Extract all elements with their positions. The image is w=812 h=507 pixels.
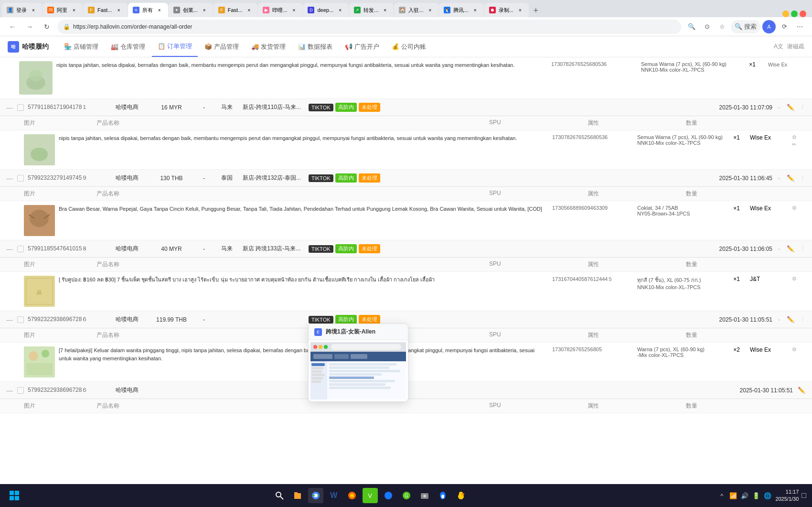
tab-create[interactable]: ✦ 创業... × bbox=[169, 3, 213, 17]
order-edit-3[interactable]: ✏️ bbox=[787, 245, 794, 252]
taskbar-green-app[interactable]: G bbox=[399, 488, 414, 503]
order-edit-1[interactable]: ✏️ bbox=[787, 104, 794, 111]
tab-close-deep[interactable]: × bbox=[336, 6, 344, 14]
order-header-row-3: — 57991185547641015８ 哈喽电商 40 MYR - 马来 新店… bbox=[0, 240, 812, 258]
nav-data-report[interactable]: 📊 数据报表 bbox=[292, 36, 338, 57]
order-more-3[interactable]: ⋮ bbox=[800, 246, 805, 252]
maximize-button[interactable] bbox=[791, 11, 798, 17]
order-more-2[interactable]: ⋮ bbox=[800, 175, 805, 181]
order-more-4[interactable]: ⋮ bbox=[800, 316, 805, 323]
profile-avatar[interactable]: A bbox=[762, 20, 776, 33]
tab-close-all[interactable]: × bbox=[156, 6, 163, 14]
taskbar-files[interactable] bbox=[290, 488, 305, 503]
order-edit-4[interactable]: ✏️ bbox=[787, 316, 794, 323]
order-checkbox-1[interactable] bbox=[17, 104, 24, 111]
order-number-3: 57991185547641015８ bbox=[28, 245, 104, 253]
tab-close-ali[interactable]: × bbox=[70, 6, 78, 14]
tab-close-forward[interactable]: × bbox=[381, 6, 389, 14]
taskbar-chrome[interactable] bbox=[308, 488, 323, 503]
tray-battery[interactable]: 🔋 bbox=[751, 491, 761, 500]
product-name-row1: nipis tanpa jahitan, selesa dipakai, ber… bbox=[59, 134, 548, 142]
tab-settle[interactable]: 🏠 入驻... × bbox=[394, 3, 438, 17]
tray-chevron[interactable]: ^ bbox=[717, 491, 727, 500]
bookmark-button[interactable]: 🔍 bbox=[685, 20, 698, 33]
address-bar[interactable]: 🔒 https://erp.hallovin.com/order-manage/… bbox=[57, 20, 681, 34]
tab-close-settle[interactable]: × bbox=[426, 6, 434, 14]
taskbar-clock[interactable]: 11:17 2025/1/30 bbox=[775, 488, 799, 503]
forward-button[interactable]: → bbox=[23, 20, 36, 33]
row-action-4a[interactable]: ⚙ bbox=[792, 346, 806, 353]
nav-product-management[interactable]: 📦 产品管理 bbox=[199, 36, 245, 57]
row-action-3a[interactable]: ⚙ bbox=[792, 276, 806, 282]
taskbar-firefox[interactable] bbox=[344, 488, 360, 503]
tab-close-fast2[interactable]: × bbox=[245, 6, 253, 14]
taskbar-v-app[interactable]: V bbox=[363, 488, 378, 503]
tray-volume[interactable]: 🔊 bbox=[740, 491, 749, 500]
taskbar-search[interactable] bbox=[272, 488, 287, 503]
tab-close-create[interactable]: × bbox=[201, 6, 208, 14]
tab-close-bili[interactable]: × bbox=[290, 6, 298, 14]
taskbar-word[interactable]: W bbox=[326, 488, 342, 503]
refresh-button[interactable]: ↻ bbox=[40, 20, 53, 33]
sync-icon[interactable]: ⟳ bbox=[778, 20, 791, 33]
order-checkbox-3[interactable] bbox=[17, 246, 24, 252]
back-button[interactable]: ← bbox=[6, 20, 19, 33]
tab-label-create: 创業... bbox=[183, 7, 198, 14]
tab-deep[interactable]: D deep... × bbox=[303, 3, 349, 17]
close-browser-button[interactable] bbox=[800, 11, 806, 17]
row-action-icon-1a[interactable]: ⚙ bbox=[792, 134, 806, 140]
tab-fast1[interactable]: F Fast... × bbox=[83, 3, 128, 17]
notification-button[interactable]: □ bbox=[801, 491, 806, 500]
tab-close-record[interactable]: × bbox=[516, 6, 524, 14]
nav-shop-management[interactable]: 🏪 店铺管理 bbox=[58, 36, 104, 57]
taskbar-penguin[interactable] bbox=[435, 488, 450, 503]
tab-login[interactable]: 👤 登录 × bbox=[2, 3, 42, 17]
favorite-button[interactable]: ☆ bbox=[716, 20, 729, 33]
collapse-order-4[interactable]: — bbox=[6, 316, 13, 324]
order-checkbox-4[interactable] bbox=[17, 316, 24, 323]
tag-tiktok-3: TIKTOK bbox=[309, 245, 333, 253]
more-button[interactable]: ⋯ bbox=[793, 20, 806, 33]
order-amount-2: 130 THB bbox=[150, 175, 193, 182]
collapse-order-3[interactable]: — bbox=[6, 245, 13, 253]
collapse-order-2[interactable]: — bbox=[6, 174, 13, 182]
nav-ad-account[interactable]: 📢 广告开户 bbox=[339, 36, 385, 57]
nav-warehouse-management[interactable]: 🏭 仓库管理 bbox=[105, 36, 151, 57]
start-button[interactable] bbox=[6, 487, 23, 504]
order-checkbox-2[interactable] bbox=[17, 175, 24, 182]
translate-icon[interactable]: A文 bbox=[774, 43, 783, 51]
order-checkbox-5[interactable] bbox=[17, 387, 24, 394]
row-action-2a[interactable]: ⚙ bbox=[792, 205, 806, 211]
tab-all-orders[interactable]: ≡ 所有 × bbox=[128, 3, 168, 17]
taskbar-blue-circle[interactable] bbox=[381, 488, 396, 503]
order-edit-5[interactable]: ✏️ bbox=[798, 387, 805, 394]
taskbar-camera[interactable] bbox=[417, 488, 432, 503]
tab-ali[interactable]: 阿 阿里 × bbox=[43, 3, 83, 17]
tab-close-tencent[interactable]: × bbox=[471, 6, 479, 14]
tab-close-fast1[interactable]: × bbox=[115, 6, 123, 14]
tab-label-login: 登录 bbox=[16, 7, 27, 14]
order-icon: 📋 bbox=[158, 43, 165, 50]
search-button2[interactable]: 🔍 搜索 bbox=[731, 20, 760, 33]
taskbar-duck[interactable] bbox=[453, 488, 469, 503]
order-more-col-1[interactable]: ⋮ bbox=[800, 104, 805, 110]
collapse-order-1[interactable]: — bbox=[6, 104, 13, 111]
order-edit-2[interactable]: ✏️ bbox=[787, 174, 794, 182]
ad-icon: 📢 bbox=[345, 43, 353, 50]
row-action-icon-1b[interactable]: ✏ bbox=[792, 141, 806, 148]
tab-forward[interactable]: ↗ 转发... × bbox=[349, 3, 394, 17]
search-extensions-button[interactable]: ⊙ bbox=[700, 20, 714, 33]
new-tab-button[interactable]: + bbox=[529, 4, 543, 17]
nav-company-account[interactable]: 💰 公司内账 bbox=[386, 36, 432, 57]
nav-order-management[interactable]: 📋 订单管理 bbox=[152, 36, 198, 57]
tab-fast2[interactable]: F Fast... × bbox=[214, 3, 258, 17]
minimize-button[interactable] bbox=[782, 11, 789, 17]
tab-bili[interactable]: ▶ 哔哩... × bbox=[258, 3, 302, 17]
collapse-order-5[interactable]: — bbox=[6, 387, 13, 394]
tray-keyboard[interactable]: 🌐 bbox=[763, 491, 772, 500]
tab-close-login[interactable]: × bbox=[30, 6, 37, 14]
tab-record[interactable]: ⏺ 录制... × bbox=[484, 3, 529, 17]
tab-tencent[interactable]: 🐧 腾讯... × bbox=[439, 3, 483, 17]
tray-network[interactable]: 📶 bbox=[728, 491, 738, 500]
nav-shipping-management[interactable]: 🚚 发货管理 bbox=[246, 36, 291, 57]
